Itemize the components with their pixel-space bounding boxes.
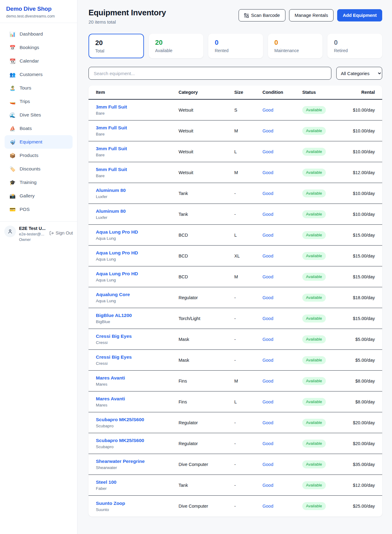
condition-link[interactable]: Good <box>262 399 273 404</box>
condition-link[interactable]: Good <box>262 504 273 509</box>
stat-card-total[interactable]: 20Total <box>89 34 144 58</box>
table-row: Shearwater PeregrineShearwaterDive Compu… <box>89 454 382 475</box>
item-name-link[interactable]: Mares Avanti <box>96 396 179 402</box>
rental-cell: $8.00/day <box>345 379 375 383</box>
condition-link[interactable]: Good <box>262 233 273 238</box>
condition-link[interactable]: Good <box>262 379 273 383</box>
condition-link[interactable]: Good <box>262 483 273 488</box>
stat-label: Available <box>155 48 197 53</box>
sign-out-button[interactable]: Sign Out <box>49 231 73 235</box>
item-name-link[interactable]: Aqualung Core <box>96 292 179 297</box>
item-name-link[interactable]: Shearwater Peregrine <box>96 458 179 464</box>
condition-link[interactable]: Good <box>262 149 273 154</box>
item-name-link[interactable]: Aluminum 80 <box>96 187 179 193</box>
table-row: 5mm Full SuitBareWetsuitMGoodAvailable$1… <box>89 162 382 183</box>
condition-link[interactable]: Good <box>262 358 273 363</box>
stat-value: 0 <box>215 38 257 47</box>
item-name-link[interactable]: Cressi Big Eyes <box>96 333 179 339</box>
condition-link[interactable]: Good <box>262 170 273 175</box>
item-cell: Aqua Lung Pro HDAqua Lung <box>96 250 179 262</box>
condition-link[interactable]: Good <box>262 462 273 467</box>
stat-value: 0 <box>334 38 376 47</box>
item-brand: Mares <box>96 403 179 408</box>
item-name-link[interactable]: 3mm Full Suit <box>96 146 179 151</box>
item-name-link[interactable]: 3mm Full Suit <box>96 104 179 110</box>
condition-link[interactable]: Good <box>262 128 273 133</box>
item-name-link[interactable]: Scubapro MK25/S600 <box>96 417 179 422</box>
sidebar-item-dive-sites[interactable]: 🌊Dive Sites <box>5 108 73 122</box>
stat-card-retired[interactable]: 0Retired <box>327 34 382 58</box>
sidebar-item-discounts[interactable]: 🏷️Discounts <box>5 162 73 176</box>
item-name-link[interactable]: Aluminum 80 <box>96 208 179 214</box>
user-role: Owner <box>19 237 46 242</box>
item-name-link[interactable]: 3mm Full Suit <box>96 125 179 131</box>
item-name-link[interactable]: Aqua Lung Pro HD <box>96 271 179 277</box>
size-cell: S <box>234 108 262 113</box>
sidebar-item-bookings[interactable]: 📅Bookings <box>5 41 73 54</box>
condition-link[interactable]: Good <box>262 316 273 321</box>
item-name-link[interactable]: Aqua Lung Pro HD <box>96 250 179 256</box>
status-cell: Available <box>302 106 345 114</box>
stat-card-maintenance[interactable]: 0Maintenance <box>268 34 323 58</box>
item-name-link[interactable]: Mares Avanti <box>96 375 179 381</box>
table-row: Scubapro MK25/S600ScubaproRegulator-Good… <box>89 412 382 433</box>
sidebar-item-boats[interactable]: ⛵Boats <box>5 122 73 135</box>
size-cell: - <box>234 337 262 342</box>
search-input[interactable] <box>89 67 331 80</box>
condition-link[interactable]: Good <box>262 295 273 300</box>
sidebar-item-label: Gallery <box>20 193 35 199</box>
item-cell: 3mm Full SuitBare <box>96 104 179 116</box>
table-row: Mares AvantiMaresFinsMGoodAvailable$8.00… <box>89 371 382 391</box>
condition-link[interactable]: Good <box>262 337 273 342</box>
item-name-link[interactable]: Cressi Big Eyes <box>96 354 179 360</box>
sidebar-item-products[interactable]: 📦Products <box>5 149 73 162</box>
item-brand: Suunto <box>96 507 179 512</box>
stat-card-rented[interactable]: 0Rented <box>208 34 263 58</box>
item-name-link[interactable]: Aqua Lung Pro HD <box>96 229 179 235</box>
table-row: Aqua Lung Pro HDAqua LungBCDLGoodAvailab… <box>89 225 382 246</box>
condition-cell: Good <box>262 170 302 175</box>
rental-cell: $10.00/day <box>345 128 375 133</box>
condition-link[interactable]: Good <box>262 420 273 425</box>
sidebar-item-gallery[interactable]: 📸Gallery <box>5 189 73 203</box>
condition-link[interactable]: Good <box>262 191 273 196</box>
scan-barcode-button[interactable]: Scan Barcode <box>239 9 285 21</box>
item-name-link[interactable]: BigBlue AL1200 <box>96 312 179 318</box>
status-cell: Available <box>302 460 345 468</box>
condition-cell: Good <box>262 274 302 279</box>
sidebar-item-calendar[interactable]: 📆Calendar <box>5 54 73 68</box>
item-name-link[interactable]: Steel 100 <box>96 479 179 485</box>
category-cell: Dive Computer <box>179 462 234 467</box>
sign-out-icon <box>49 231 54 235</box>
manage-rentals-button[interactable]: Manage Rentals <box>289 9 334 21</box>
category-select[interactable]: All Categories <box>336 67 382 80</box>
status-badge: Available <box>302 335 326 343</box>
size-cell: XL <box>234 254 262 258</box>
category-cell: Mask <box>179 337 234 342</box>
status-cell: Available <box>302 294 345 302</box>
item-name-link[interactable]: Suunto Zoop <box>96 500 179 506</box>
condition-link[interactable]: Good <box>262 212 273 217</box>
sidebar-item-label: Training <box>20 180 36 185</box>
stat-card-available[interactable]: 20Available <box>149 34 204 58</box>
sidebar-item-training[interactable]: 🎓Training <box>5 176 73 189</box>
sidebar-item-pos[interactable]: 💳POS <box>5 203 73 216</box>
sidebar-item-equipment[interactable]: 🤿Equipment <box>5 135 73 149</box>
condition-link[interactable]: Good <box>262 274 273 279</box>
condition-cell: Good <box>262 420 302 425</box>
brand-name: Demo Dive Shop <box>6 6 71 12</box>
condition-link[interactable]: Good <box>262 441 273 446</box>
sidebar-item-customers[interactable]: 👥Customers <box>5 68 73 81</box>
item-name-link[interactable]: Scubapro MK25/S600 <box>96 437 179 443</box>
status-cell: Available <box>302 335 345 343</box>
sidebar-item-tours[interactable]: 🏝️Tours <box>5 81 73 95</box>
sidebar-item-dashboard[interactable]: 📊Dashboard <box>5 27 73 41</box>
condition-link[interactable]: Good <box>262 254 273 258</box>
add-equipment-button[interactable]: Add Equipment <box>337 9 382 21</box>
status-badge: Available <box>302 127 326 135</box>
item-brand: Luxfer <box>96 215 179 220</box>
condition-link[interactable]: Good <box>262 108 273 113</box>
sidebar-item-trips[interactable]: 🚤Trips <box>5 95 73 108</box>
item-name-link[interactable]: 5mm Full Suit <box>96 166 179 172</box>
user-email: e2e-tester@... <box>19 232 46 237</box>
